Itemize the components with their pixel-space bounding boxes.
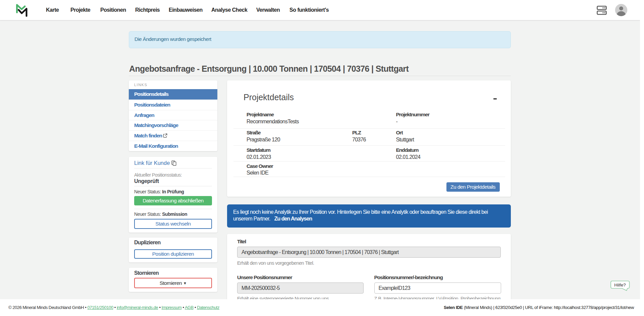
- svg-text:Hilfe?: Hilfe?: [614, 282, 626, 288]
